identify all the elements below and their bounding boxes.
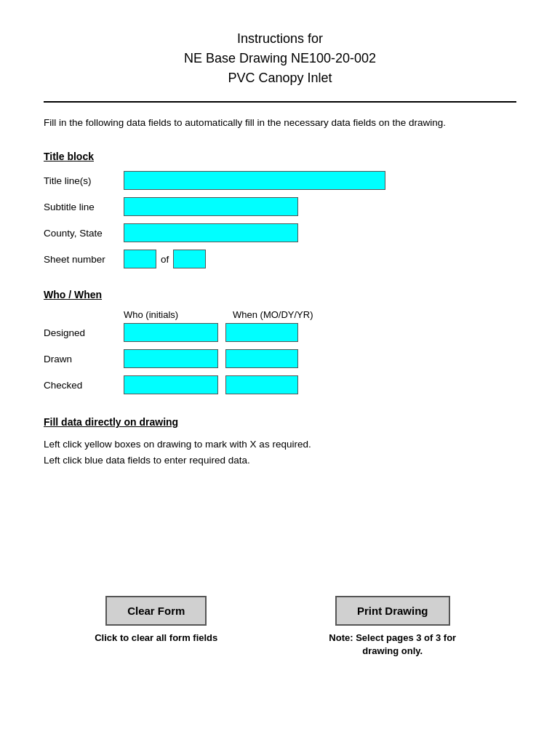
print-drawing-button[interactable]: Print Drawing	[335, 596, 450, 626]
sheet-number-inputs: of	[124, 250, 206, 268]
who-when-heading: Who / When	[44, 289, 516, 300]
fill-data-line1: Left click yellow boxes on drawing to ma…	[44, 439, 311, 450]
who-col-header: Who (initials)	[124, 309, 225, 320]
sheet-number-row: Sheet number of	[44, 250, 516, 268]
subtitle-line-input[interactable]	[124, 197, 298, 216]
designed-who-input[interactable]	[124, 323, 218, 342]
designed-label: Designed	[44, 327, 124, 338]
print-drawing-note: Note: Select pages 3 of 3 for drawing on…	[320, 632, 465, 658]
buttons-area: Clear Form Click to clear all form field…	[0, 596, 560, 658]
clear-form-group: Clear Form Click to clear all form field…	[95, 596, 217, 645]
title-block-section: Title block Title line(s) Subtitle line …	[44, 151, 516, 268]
drawn-label: Drawn	[44, 354, 124, 364]
county-state-row: County, State	[44, 223, 516, 242]
drawn-row: Drawn	[44, 349, 516, 368]
fill-data-heading: Fill data directly on drawing	[44, 416, 516, 428]
header-line2: NE Base Drawing NE100-20-002	[184, 51, 376, 65]
title-block-heading: Title block	[44, 151, 516, 162]
title-lines-label: Title line(s)	[44, 175, 124, 186]
who-when-col-headers: Who (initials) When (MO/DY/YR)	[44, 309, 516, 320]
sheet-number-total-input[interactable]	[173, 250, 206, 268]
sheet-number-label: Sheet number	[44, 254, 124, 265]
page: Instructions for NE Base Drawing NE100-2…	[0, 0, 560, 745]
clear-form-note: Click to clear all form fields	[95, 632, 217, 645]
clear-form-button[interactable]: Clear Form	[105, 596, 207, 626]
checked-when-input[interactable]	[225, 375, 298, 394]
fill-data-section: Fill data directly on drawing Left click…	[44, 416, 516, 468]
checked-who-input[interactable]	[124, 375, 218, 394]
header-line3: PVC Canopy Inlet	[228, 71, 332, 85]
sheet-of-text: of	[161, 254, 169, 265]
subtitle-line-row: Subtitle line	[44, 197, 516, 216]
subtitle-line-label: Subtitle line	[44, 202, 124, 212]
title-lines-row: Title line(s)	[44, 171, 516, 190]
checked-row: Checked	[44, 375, 516, 394]
county-state-input[interactable]	[124, 223, 298, 242]
drawn-who-input[interactable]	[124, 349, 218, 368]
sheet-number-current-input[interactable]	[124, 250, 156, 268]
checked-label: Checked	[44, 380, 124, 391]
when-col-header: When (MO/DY/YR)	[233, 309, 313, 320]
designed-row: Designed	[44, 323, 516, 342]
header: Instructions for NE Base Drawing NE100-2…	[44, 29, 516, 88]
header-line1: Instructions for	[237, 31, 323, 46]
title-lines-input[interactable]	[124, 171, 385, 190]
print-drawing-group: Print Drawing Note: Select pages 3 of 3 …	[320, 596, 465, 658]
county-state-label: County, State	[44, 228, 124, 239]
who-when-section: Who / When Who (initials) When (MO/DY/YR…	[44, 289, 516, 394]
fill-data-text: Left click yellow boxes on drawing to ma…	[44, 437, 516, 468]
instructions-text: Fill in the following data fields to aut…	[44, 116, 516, 130]
designed-when-input[interactable]	[225, 323, 298, 342]
drawn-when-input[interactable]	[225, 349, 298, 368]
header-divider	[44, 101, 516, 103]
fill-data-line2: Left click blue data fields to enter req…	[44, 455, 250, 466]
